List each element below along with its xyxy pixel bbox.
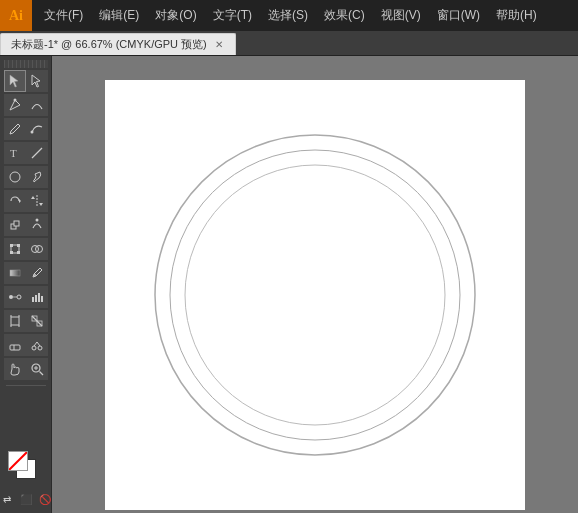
svg-rect-38 xyxy=(10,345,20,350)
free-transform-tool[interactable] xyxy=(4,238,26,260)
svg-line-5 xyxy=(32,148,42,158)
svg-line-45 xyxy=(39,372,43,376)
ellipse-icon xyxy=(8,170,22,184)
graph-tool[interactable] xyxy=(26,286,48,308)
zoom-tool[interactable] xyxy=(26,358,48,380)
scissors-tool[interactable] xyxy=(26,334,48,356)
menu-file[interactable]: 文件(F) xyxy=(36,0,91,31)
artboard xyxy=(105,80,525,510)
tool-row-eraser xyxy=(4,334,48,356)
circles-svg xyxy=(145,125,485,465)
middle-circle xyxy=(170,150,460,440)
gradient-tool[interactable] xyxy=(4,262,26,284)
slice-tool[interactable] xyxy=(26,310,48,332)
warp-tool[interactable] xyxy=(26,214,48,236)
menu-edit[interactable]: 编辑(E) xyxy=(91,0,147,31)
shape-builder-tool[interactable] xyxy=(26,238,48,260)
menu-effect[interactable]: 效果(C) xyxy=(316,0,373,31)
pen-icon xyxy=(8,98,22,112)
warp-icon xyxy=(30,218,44,232)
svg-point-40 xyxy=(32,346,36,350)
tool-row-pencil xyxy=(4,118,48,140)
direct-select-tool[interactable] xyxy=(26,70,48,92)
tool-row-rotate xyxy=(4,190,48,212)
menu-select[interactable]: 选择(S) xyxy=(260,0,316,31)
svg-marker-0 xyxy=(10,75,18,87)
reflect-tool[interactable] xyxy=(26,190,48,212)
title-bar: Ai 文件(F) 编辑(E) 对象(O) 文字(T) 选择(S) 效果(C) 视… xyxy=(0,0,578,31)
line-tool[interactable] xyxy=(26,142,48,164)
svg-point-41 xyxy=(38,346,42,350)
fill-none-icon xyxy=(9,452,27,470)
shape-builder-icon xyxy=(30,242,44,256)
tool-row-type: T xyxy=(4,142,48,164)
blend-icon xyxy=(8,290,22,304)
menu-object[interactable]: 对象(O) xyxy=(147,0,204,31)
svg-rect-28 xyxy=(38,293,40,302)
eyedropper-tool[interactable] xyxy=(26,262,48,284)
svg-line-48 xyxy=(9,452,27,470)
svg-rect-15 xyxy=(10,244,13,247)
eraser-icon xyxy=(8,338,22,352)
svg-marker-1 xyxy=(32,75,40,87)
tool-row-artboard xyxy=(4,310,48,332)
ellipse-tool[interactable] xyxy=(4,166,26,188)
paintbrush-icon xyxy=(30,170,44,184)
svg-point-3 xyxy=(30,131,33,134)
svg-rect-27 xyxy=(35,295,37,302)
inner-circle xyxy=(185,165,445,425)
svg-marker-10 xyxy=(39,203,43,206)
main-area: T xyxy=(0,56,578,513)
rotate-tool[interactable] xyxy=(4,190,26,212)
svg-rect-29 xyxy=(41,296,43,302)
toolbar-ruler xyxy=(4,60,48,68)
fill-color-box[interactable] xyxy=(8,451,28,471)
color-area: ⇄ ⬛ 🚫 xyxy=(0,451,51,513)
curvature-tool[interactable] xyxy=(26,94,48,116)
svg-point-6 xyxy=(10,172,20,182)
document-tab[interactable]: 未标题-1* @ 66.67% (CMYK/GPU 预览) ✕ xyxy=(0,33,236,55)
menu-window[interactable]: 窗口(W) xyxy=(429,0,488,31)
svg-marker-7 xyxy=(19,199,21,203)
eraser-tool[interactable] xyxy=(4,334,26,356)
artboard-icon xyxy=(8,314,22,328)
tool-row-shapes xyxy=(4,166,48,188)
svg-rect-21 xyxy=(10,270,20,276)
svg-line-43 xyxy=(37,342,40,346)
menu-type[interactable]: 文字(T) xyxy=(205,0,260,31)
swap-colors-button[interactable]: ⇄ xyxy=(0,491,15,507)
svg-point-23 xyxy=(9,295,13,299)
menu-view[interactable]: 视图(V) xyxy=(373,0,429,31)
tool-row-select xyxy=(4,70,48,92)
smooth-tool[interactable] xyxy=(26,118,48,140)
pen-tool[interactable] xyxy=(4,94,26,116)
default-colors-button[interactable]: ⬛ xyxy=(18,491,34,507)
none-color-button[interactable]: 🚫 xyxy=(37,491,53,507)
tool-row-pen xyxy=(4,94,48,116)
hand-tool[interactable] xyxy=(4,358,26,380)
smooth-icon xyxy=(30,122,44,136)
tab-label: 未标题-1* @ 66.67% (CMYK/GPU 预览) xyxy=(11,37,207,52)
tab-close-button[interactable]: ✕ xyxy=(213,39,225,50)
pencil-icon xyxy=(8,122,22,136)
artboard-tool[interactable] xyxy=(4,310,26,332)
svg-point-24 xyxy=(17,295,21,299)
graph-icon xyxy=(30,290,44,304)
svg-point-13 xyxy=(35,219,38,222)
menu-help[interactable]: 帮助(H) xyxy=(488,0,545,31)
blend-tool[interactable] xyxy=(4,286,26,308)
scale-tool[interactable] xyxy=(4,214,26,236)
svg-rect-12 xyxy=(14,221,19,226)
paintbrush-tool[interactable] xyxy=(26,166,48,188)
select-tool[interactable] xyxy=(4,70,26,92)
svg-rect-18 xyxy=(17,251,20,254)
canvas-area[interactable] xyxy=(52,56,578,513)
svg-text:T: T xyxy=(10,147,17,159)
type-tool[interactable]: T xyxy=(4,142,26,164)
extra-color-icons: ⇄ ⬛ 🚫 xyxy=(0,491,53,507)
tool-row-blend xyxy=(4,286,48,308)
type-icon: T xyxy=(8,146,22,160)
zoom-icon xyxy=(30,362,44,376)
select-icon xyxy=(8,74,22,88)
pencil-tool[interactable] xyxy=(4,118,26,140)
